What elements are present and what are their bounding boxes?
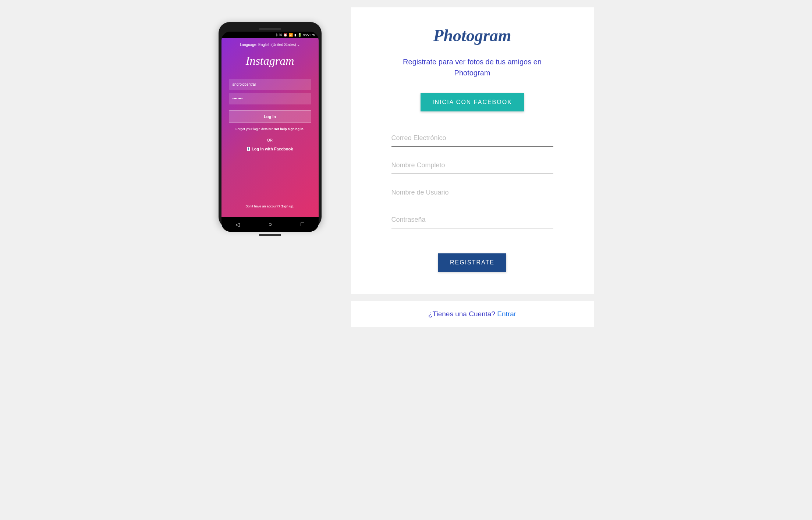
phone-frame: ᛒ ℕ ⏰ 📶 ▮ 🔋 9:27 PM Language: English (U… bbox=[219, 22, 322, 228]
phone-screen-container: ᛒ ℕ ⏰ 📶 ▮ 🔋 9:27 PM Language: English (U… bbox=[221, 32, 319, 232]
battery-icon: 🔋 bbox=[298, 33, 302, 37]
main-container: ᛒ ℕ ⏰ 📶 ▮ 🔋 9:27 PM Language: English (U… bbox=[185, 7, 627, 327]
fullname-field[interactable] bbox=[391, 157, 553, 174]
phone-nav-bar: ◁ ○ □ bbox=[221, 217, 319, 232]
alarm-icon: ⏰ bbox=[283, 33, 287, 37]
username-field[interactable] bbox=[391, 184, 553, 201]
phone-status-bar: ᛒ ℕ ⏰ 📶 ▮ 🔋 9:27 PM bbox=[221, 32, 319, 38]
register-button[interactable]: REGISTRATE bbox=[438, 253, 506, 272]
login-prompt-card: ¿Tienes una Cuenta? Entrar bbox=[351, 301, 594, 327]
phone-bottom-speaker bbox=[259, 234, 281, 236]
phone-login-button: Log In bbox=[229, 110, 311, 123]
phone-username-input bbox=[229, 79, 311, 90]
facebook-icon: f bbox=[247, 147, 250, 151]
bluetooth-icon: ᛒ bbox=[276, 33, 278, 37]
phone-app-screen: Language: English (United States) ⌄ Inst… bbox=[221, 38, 319, 217]
instagram-logo: Instagram bbox=[229, 54, 311, 68]
phone-top-speaker bbox=[259, 28, 281, 30]
phone-forgot-link: Get help signing in. bbox=[274, 127, 305, 131]
phone-or-divider: OR bbox=[229, 138, 311, 142]
phone-facebook-login: fLog in with Facebook bbox=[229, 147, 311, 151]
signup-card: Photogram Registrate para ver fotos de t… bbox=[351, 7, 594, 294]
phone-signup-text: Don't have an account? bbox=[245, 204, 281, 208]
phone-password-input bbox=[229, 93, 311, 104]
phone-signup-link: Sign up. bbox=[281, 204, 294, 208]
nav-home-icon: ○ bbox=[269, 221, 272, 228]
phone-signup-prompt: Don't have an account? Sign up. bbox=[229, 200, 311, 213]
login-link[interactable]: Entrar bbox=[497, 310, 516, 318]
wifi-icon: 📶 bbox=[289, 33, 293, 37]
phone-mockup-container: ᛒ ℕ ⏰ 📶 ▮ 🔋 9:27 PM Language: English (U… bbox=[219, 7, 322, 228]
phone-language-selector: Language: English (United States) ⌄ bbox=[229, 43, 311, 47]
signup-panel: Photogram Registrate para ver fotos de t… bbox=[351, 7, 594, 327]
status-time: 9:27 PM bbox=[303, 33, 316, 37]
phone-forgot-text: Forgot your login details? Get help sign… bbox=[229, 127, 311, 131]
phone-fb-label: Log in with Facebook bbox=[252, 147, 293, 151]
brand-title: Photogram bbox=[391, 26, 553, 45]
nav-recent-icon: □ bbox=[301, 221, 304, 228]
login-prompt-text: ¿Tienes una Cuenta? bbox=[428, 310, 497, 318]
signup-subtitle: Registrate para ver fotos de tus amigos … bbox=[391, 56, 553, 78]
email-field[interactable] bbox=[391, 130, 553, 147]
nfc-icon: ℕ bbox=[279, 33, 282, 37]
phone-forgot-prefix: Forgot your login details? bbox=[235, 127, 274, 131]
signal-icon: ▮ bbox=[294, 33, 296, 37]
facebook-login-button[interactable]: INICIA CON FACEBOOK bbox=[421, 93, 524, 111]
nav-back-icon: ◁ bbox=[235, 221, 240, 228]
password-field[interactable] bbox=[391, 211, 553, 228]
